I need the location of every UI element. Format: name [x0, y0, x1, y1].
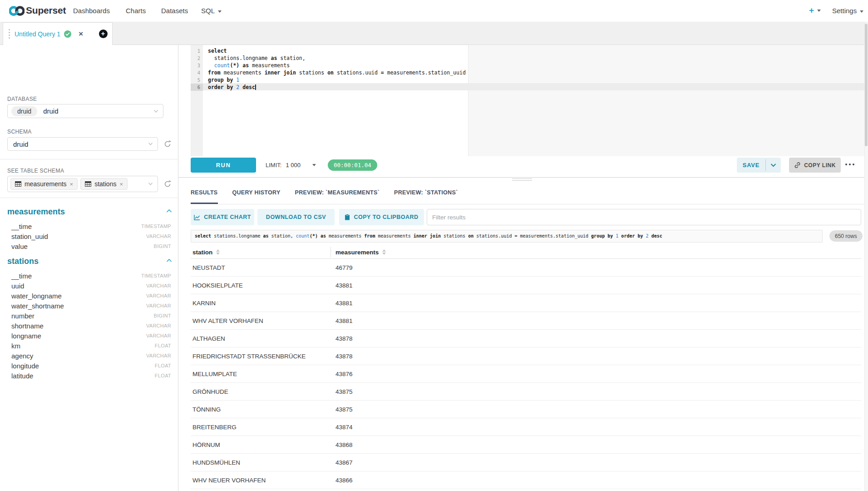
tab-preview-measurements[interactable]: PREVIEW: `MEASUREMENTS` [295, 181, 380, 204]
drag-handle-icon[interactable] [9, 29, 10, 39]
tab-results[interactable]: RESULTS [191, 181, 218, 204]
nav-dashboards[interactable]: Dashboards [73, 0, 110, 22]
field-type: VARCHAR [146, 293, 171, 298]
nav-datasets[interactable]: Datasets [161, 0, 188, 22]
text-cursor [255, 84, 256, 90]
cell-station: TÖNNING [192, 401, 221, 418]
schema-select[interactable]: druid [7, 137, 158, 151]
refresh-tables-icon[interactable] [163, 179, 173, 189]
editor-code-area[interactable]: select stations.longname as station, cou… [203, 45, 864, 156]
schema-field-row: water_longnameVARCHAR [0, 291, 178, 301]
field-name: uuid [11, 282, 24, 290]
gutter-line-number: 5 [191, 76, 203, 84]
table-row: NEUSTADT46779 [191, 259, 861, 277]
schema-field-row: __timeTIMESTAMP [0, 221, 178, 231]
field-type: TIMESTAMP [141, 223, 171, 229]
chevron-up-icon[interactable] [166, 209, 172, 213]
plus-icon: + [809, 5, 814, 15]
settings-menu[interactable]: Settings [832, 0, 863, 22]
query-tab-bar: Untitled Query 1 × + [0, 22, 868, 45]
cell-station: MELLUMPLATE [192, 365, 237, 383]
cell-station: ALTHAGEN [192, 330, 225, 347]
sql-lab-page: Superset Dashboards Charts Datasets SQL … [0, 0, 868, 491]
copy-link-button[interactable]: COPY LINK [789, 158, 841, 173]
new-query-tab-button[interactable]: + [94, 22, 113, 45]
field-type: VARCHAR [146, 283, 171, 288]
cell-station: WHV ALTER VORHAFEN [192, 312, 263, 330]
chip-label: stations [94, 180, 116, 188]
gutter-line-number: 6 [191, 84, 203, 91]
remove-chip-icon[interactable]: × [70, 181, 74, 188]
field-name: shortname [11, 322, 44, 330]
field-name: km [11, 342, 20, 350]
save-split-button[interactable]: SAVE [737, 158, 781, 173]
superset-logo-icon [9, 5, 25, 17]
table-row: MELLUMPLATE43876 [191, 365, 861, 383]
cell-measurements: 43881 [335, 294, 353, 312]
filter-results-input[interactable] [427, 209, 861, 225]
schema-field-row: longnameVARCHAR [0, 331, 178, 341]
query-success-icon [64, 30, 71, 38]
close-tab-icon[interactable]: × [79, 30, 83, 39]
column-header-measurements[interactable]: measurements [335, 245, 386, 259]
remove-chip-icon[interactable]: × [119, 181, 123, 188]
cell-station: HOOKSIELPLATE [192, 277, 243, 294]
scrollbar-thumb[interactable] [865, 24, 868, 146]
save-label[interactable]: SAVE [737, 158, 765, 173]
tab-query-history[interactable]: QUERY HISTORY [232, 181, 281, 204]
copy-to-clipboard-button[interactable]: COPY TO CLIPBOARD [339, 209, 424, 225]
field-list-measurements: __timeTIMESTAMPstation_uuidVARCHARvalueB… [0, 221, 178, 251]
table-row: ALTHAGEN43878 [191, 330, 861, 347]
table-row: BREITENBERG43874 [191, 418, 861, 436]
schema-field-row: agencyVARCHAR [0, 351, 178, 361]
sort-icon[interactable] [216, 249, 220, 255]
column-header-station[interactable]: station [192, 245, 220, 259]
nav-charts[interactable]: Charts [126, 0, 146, 22]
table-row: FRIEDRICHSTADT STRASSENBRÜCKE43878 [191, 347, 861, 365]
run-button[interactable]: RUN [191, 158, 256, 173]
chevron-down-icon [148, 182, 153, 186]
download-csv-label: DOWNLOAD TO CSV [266, 214, 326, 220]
more-actions-button[interactable] [845, 164, 854, 165]
field-name: latitude [11, 372, 33, 380]
table-icon [15, 181, 21, 187]
table-chip-stations[interactable]: stations × [80, 178, 128, 190]
tab-untitled-query[interactable]: Untitled Query 1 × [3, 22, 94, 45]
field-type: VARCHAR [146, 323, 171, 328]
table-row: KARNIN43881 [191, 294, 861, 312]
create-chart-button[interactable]: CREATE CHART [191, 209, 254, 225]
cell-measurements: 43868 [335, 436, 353, 454]
schema-sidebar: DATABASE druid druid SCHEMA druid SEE TA… [0, 45, 178, 491]
code-line: stations.longname as station, [208, 55, 864, 62]
elapsed-timer-badge: 00:00:01.04 [328, 159, 377, 171]
table-schema-select[interactable]: measurements × stations × [7, 176, 158, 192]
gutter-line-number: 4 [191, 69, 203, 76]
schema-field-row: station_uuidVARCHAR [0, 231, 178, 241]
schema-field-row: uuidVARCHAR [0, 281, 178, 291]
limit-dropdown[interactable]: LIMIT: 1 000 [266, 158, 316, 173]
schema-field-row: valueBIGINT [0, 241, 178, 251]
see-table-schema-label: SEE TABLE SCHEMA [7, 168, 64, 174]
sort-icon[interactable] [382, 249, 386, 255]
table-chip-measurements[interactable]: measurements × [10, 178, 78, 190]
tab-preview-stations[interactable]: PREVIEW: `STATIONS` [394, 181, 458, 204]
new-item-menu[interactable]: + [809, 0, 821, 22]
chevron-down-icon [148, 142, 153, 146]
field-type: FLOAT [155, 343, 171, 348]
chevron-down-icon [153, 109, 158, 113]
gutter-line-number: 1 [191, 47, 203, 55]
refresh-schema-icon[interactable] [163, 139, 173, 149]
field-type: VARCHAR [146, 353, 171, 358]
table-heading-measurements[interactable]: measurements [7, 207, 65, 217]
download-csv-button[interactable]: DOWNLOAD TO CSV [257, 209, 335, 225]
chevron-up-icon[interactable] [166, 258, 172, 263]
table-heading-stations[interactable]: stations [7, 257, 39, 266]
sidebar-divider [0, 198, 178, 198]
cell-measurements: 43875 [335, 383, 353, 401]
database-select[interactable]: druid druid [7, 104, 163, 118]
limit-value: 1 000 [286, 162, 301, 169]
save-more-button[interactable] [766, 158, 781, 173]
top-navbar: Superset Dashboards Charts Datasets SQL … [0, 0, 868, 22]
nav-sql-menu[interactable]: SQL [201, 0, 222, 22]
column-divider [330, 247, 331, 258]
